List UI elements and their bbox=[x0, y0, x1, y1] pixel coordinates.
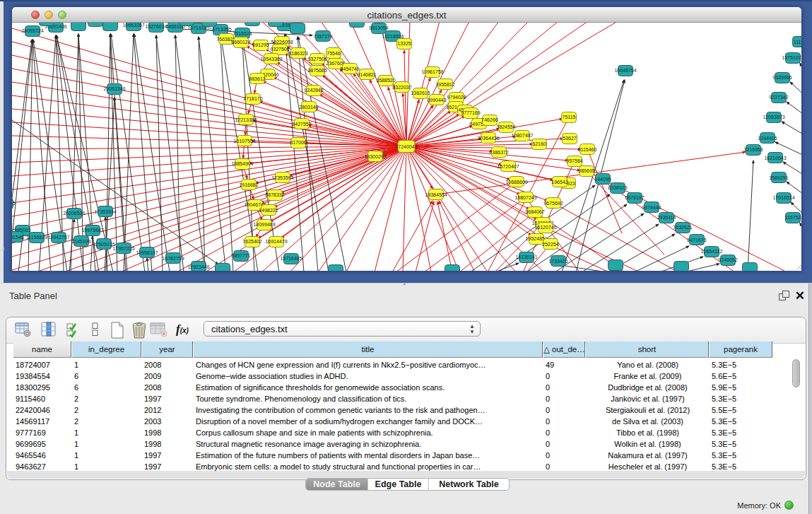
svg-text:2803144: 2803144 bbox=[299, 105, 318, 110]
svg-text:16914479: 16914479 bbox=[265, 239, 287, 244]
svg-text:9675692: 9675692 bbox=[543, 201, 563, 206]
svg-text:9857771: 9857771 bbox=[231, 253, 250, 258]
svg-text:8471676: 8471676 bbox=[687, 238, 706, 243]
svg-text:9684067: 9684067 bbox=[525, 209, 544, 214]
svg-text:989695: 989695 bbox=[578, 168, 594, 173]
svg-text:983612: 983612 bbox=[249, 76, 265, 81]
svg-text:9329966: 9329966 bbox=[772, 75, 792, 80]
svg-text:29053346: 29053346 bbox=[103, 86, 125, 91]
svg-text:252254: 252254 bbox=[542, 242, 558, 247]
svg-text:116753: 116753 bbox=[785, 215, 801, 220]
svg-text:7515524: 7515524 bbox=[233, 31, 252, 36]
svg-text:16713355: 16713355 bbox=[209, 27, 231, 32]
svg-text:8938923: 8938923 bbox=[608, 185, 627, 190]
svg-text:7625402: 7625402 bbox=[242, 239, 261, 244]
svg-text:9227342: 9227342 bbox=[769, 95, 788, 100]
svg-text:7632621: 7632621 bbox=[673, 225, 692, 230]
svg-text:10807487: 10807487 bbox=[511, 133, 533, 138]
svg-text:12923446: 12923446 bbox=[187, 264, 209, 269]
svg-text:10958107: 10958107 bbox=[136, 250, 158, 255]
svg-text:3824554: 3824554 bbox=[496, 124, 515, 129]
svg-text:8660124: 8660124 bbox=[231, 40, 250, 45]
svg-text:17016514: 17016514 bbox=[772, 195, 794, 200]
svg-text:1244415: 1244415 bbox=[758, 136, 777, 141]
svg-text:15751074: 15751074 bbox=[782, 55, 801, 60]
svg-text:15716485: 15716485 bbox=[280, 256, 302, 261]
svg-text:17353934: 17353934 bbox=[94, 209, 116, 214]
svg-text:24055724: 24055724 bbox=[21, 28, 43, 33]
svg-text:14136141: 14136141 bbox=[515, 255, 537, 259]
svg-text:7386372: 7386372 bbox=[489, 150, 508, 155]
svg-text:1733426: 1733426 bbox=[548, 259, 567, 264]
svg-text:9245652: 9245652 bbox=[718, 257, 737, 262]
svg-text:10648754: 10648754 bbox=[614, 68, 636, 73]
svg-text:2616065: 2616065 bbox=[12, 201, 16, 206]
svg-text:18807249: 18807249 bbox=[514, 195, 536, 200]
svg-text:16107554: 16107554 bbox=[233, 139, 255, 144]
svg-text:817006: 817006 bbox=[290, 140, 306, 145]
svg-text:10961758: 10961758 bbox=[421, 69, 443, 74]
svg-text:1145194: 1145194 bbox=[72, 239, 91, 244]
svg-text:196542: 196542 bbox=[551, 180, 567, 185]
svg-text:9242848: 9242848 bbox=[304, 88, 323, 93]
svg-text:15276024: 15276024 bbox=[145, 24, 167, 29]
svg-text:8186323: 8186323 bbox=[288, 51, 307, 56]
svg-text:1362615: 1362615 bbox=[411, 90, 430, 95]
svg-text:12353594: 12353594 bbox=[271, 175, 293, 180]
svg-text:9777169: 9777169 bbox=[461, 110, 480, 115]
svg-text:16210643: 16210643 bbox=[764, 156, 786, 160]
svg-text:10654112: 10654112 bbox=[701, 249, 723, 254]
svg-text:8322037: 8322037 bbox=[392, 85, 411, 90]
svg-text:26206526: 26206526 bbox=[63, 211, 85, 216]
svg-text:6879197: 6879197 bbox=[625, 195, 644, 200]
svg-text:9427552: 9427552 bbox=[292, 122, 311, 127]
svg-text:12942757: 12942757 bbox=[47, 235, 69, 240]
svg-text:8878332: 8878332 bbox=[265, 192, 284, 197]
svg-text:8990443: 8990443 bbox=[427, 98, 446, 103]
svg-text:16782759: 16782759 bbox=[162, 256, 184, 261]
svg-text:8454749: 8454749 bbox=[340, 66, 359, 71]
svg-text:12505135: 12505135 bbox=[93, 242, 114, 247]
svg-text:10653267: 10653267 bbox=[122, 23, 144, 28]
svg-text:11156829: 11156829 bbox=[26, 235, 47, 240]
svg-text:391546: 391546 bbox=[12, 235, 24, 240]
svg-text:15720407: 15720407 bbox=[497, 164, 519, 169]
svg-text:53627: 53627 bbox=[563, 136, 577, 141]
svg-text:12093873: 12093873 bbox=[763, 115, 784, 119]
svg-text:9327509: 9327509 bbox=[270, 47, 289, 52]
svg-text:2935114: 2935114 bbox=[657, 215, 676, 220]
svg-text:1916682: 1916682 bbox=[239, 182, 258, 187]
svg-text:53226058: 53226058 bbox=[271, 40, 293, 45]
svg-text:75546: 75546 bbox=[326, 51, 341, 56]
svg-text:9794028: 9794028 bbox=[447, 95, 466, 100]
svg-text:1569291: 1569291 bbox=[769, 175, 788, 180]
svg-text:891295: 891295 bbox=[252, 42, 269, 47]
svg-text:7357274: 7357274 bbox=[313, 34, 332, 39]
svg-text:17957225: 17957225 bbox=[112, 246, 134, 251]
svg-text:9115460: 9115460 bbox=[578, 147, 597, 152]
svg-text:17240043: 17240043 bbox=[395, 144, 417, 149]
svg-text:10543382: 10543382 bbox=[260, 57, 282, 62]
svg-text:1498222: 1498222 bbox=[259, 208, 278, 213]
svg-text:11124: 11124 bbox=[794, 40, 801, 45]
svg-text:19218506: 19218506 bbox=[382, 34, 404, 39]
svg-text:144095: 144095 bbox=[594, 177, 611, 182]
svg-text:746266: 746266 bbox=[481, 117, 498, 122]
svg-text:7955812: 7955812 bbox=[435, 82, 454, 87]
svg-text:14099489: 14099489 bbox=[253, 222, 275, 227]
svg-text:13325: 13325 bbox=[397, 41, 411, 46]
svg-text:10688609: 10688609 bbox=[505, 180, 527, 185]
svg-text:2718170: 2718170 bbox=[243, 96, 262, 101]
svg-text:16120746: 16120746 bbox=[534, 225, 556, 230]
svg-text:1588520: 1588520 bbox=[376, 78, 395, 83]
svg-text:19384554: 19384554 bbox=[425, 192, 447, 197]
svg-text:20364436: 20364436 bbox=[477, 136, 499, 141]
svg-text:3215958: 3215958 bbox=[743, 147, 763, 152]
svg-text:19975887: 19975887 bbox=[81, 228, 103, 233]
svg-text:12213383: 12213383 bbox=[235, 117, 257, 122]
svg-text:9474444: 9474444 bbox=[642, 205, 661, 210]
svg-text:9327508: 9327508 bbox=[307, 57, 326, 62]
svg-text:75115: 75115 bbox=[563, 115, 576, 119]
svg-text:8813054: 8813054 bbox=[369, 25, 388, 30]
svg-text:9146821: 9146821 bbox=[357, 72, 376, 77]
